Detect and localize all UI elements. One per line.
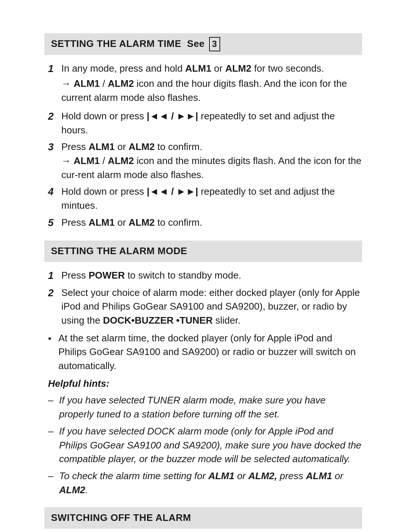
alarm-time-step-4: 4 Hold down or press |◄◄ / ►►| repeatedl… <box>44 185 362 212</box>
mode-step-2-content: Select your choice of alarm mode: either… <box>61 286 362 328</box>
alarm-mode-bullet-1: • At the set alarm time, the docked play… <box>44 331 362 373</box>
alarm-mode-step-1: 1 Press POWER to switch to standby mode. <box>44 269 362 283</box>
setting-alarm-mode-section: SETTING THE ALARM MODE 1 Press POWER to … <box>44 241 362 497</box>
step-4-content: Hold down or press |◄◄ / ►►| repeatedly … <box>61 185 362 212</box>
mode-step-1-content: Press POWER to switch to standby mode. <box>61 269 362 283</box>
alarm-time-step-5: 5 Press ALM1 or ALM2 to confirm. <box>44 216 362 230</box>
mode-step-number-1: 1 <box>48 269 59 283</box>
setting-alarm-time-section: SETTING THE ALARM TIME See 3 1 In any mo… <box>44 33 362 230</box>
dash-3: – <box>48 469 59 483</box>
step-3-arrow: → ALM1 / ALM2 icon and the minutes digit… <box>61 155 361 180</box>
alarm-mode-bullets: • At the set alarm time, the docked play… <box>44 331 362 373</box>
bullet-symbol: • <box>48 332 58 346</box>
step-number-5: 5 <box>48 216 59 230</box>
switching-off-alarm-header: SWITCHING OFF THE ALARM <box>44 507 362 529</box>
dash-1: – <box>48 393 59 407</box>
alarm-mode-step-2: 2 Select your choice of alarm mode: eith… <box>44 286 362 328</box>
step-number-1: 1 <box>48 62 59 76</box>
setting-alarm-time-title: SETTING THE ALARM TIME See 3 <box>51 38 220 49</box>
step-number-3: 3 <box>48 140 59 154</box>
setting-alarm-mode-header: SETTING THE ALARM MODE <box>44 241 362 262</box>
step-1-content: In any mode, press and hold ALM1 or ALM2… <box>61 62 362 106</box>
setting-alarm-time-header: SETTING THE ALARM TIME See 3 <box>44 33 362 55</box>
alarm-mode-steps: 1 Press POWER to switch to standby mode.… <box>44 269 362 328</box>
step-number-2: 2 <box>48 109 59 124</box>
step-1-arrow: → ALM1 / ALM2 icon and the hour digits f… <box>61 77 362 105</box>
alarm-time-steps: 1 In any mode, press and hold ALM1 or AL… <box>44 62 362 230</box>
hint-3: – To check the alarm time setting for AL… <box>44 469 362 497</box>
switching-off-alarm-section: SWITCHING OFF THE ALARM There are three … <box>44 507 362 532</box>
hint-3-content: To check the alarm time setting for ALM1… <box>59 469 362 497</box>
see-box-3: 3 <box>209 37 220 51</box>
hint-2-content: If you have selected DOCK alarm mode (on… <box>59 424 362 466</box>
helpful-hints-list: – If you have selected TUNER alarm mode,… <box>44 393 362 497</box>
alarm-time-step-3: 3 Press ALM1 or ALM2 to confirm. → ALM1 … <box>44 140 362 182</box>
helpful-hints-label: Helpful hints: <box>44 377 362 391</box>
alarm-mode-bullet-1-content: At the set alarm time, the docked player… <box>58 331 362 373</box>
hint-1-content: If you have selected TUNER alarm mode, m… <box>59 393 362 421</box>
switching-off-alarm-title: SWITCHING OFF THE ALARM <box>51 512 191 523</box>
dash-2: – <box>48 424 59 439</box>
step-5-content: Press ALM1 or ALM2 to confirm. <box>61 216 362 230</box>
hint-1: – If you have selected TUNER alarm mode,… <box>44 393 362 421</box>
mode-step-number-2: 2 <box>48 286 59 300</box>
step-2-content: Hold down or press |◄◄ / ►►| repeatedly … <box>61 109 362 137</box>
setting-alarm-mode-title: SETTING THE ALARM MODE <box>51 245 187 256</box>
step-3-content: Press ALM1 or ALM2 to confirm. → ALM1 / … <box>61 140 362 182</box>
step-number-4: 4 <box>48 185 59 199</box>
hint-2: – If you have selected DOCK alarm mode (… <box>44 424 362 466</box>
alarm-time-step-2: 2 Hold down or press |◄◄ / ►►| repeatedl… <box>44 109 362 137</box>
alarm-time-step-1: 1 In any mode, press and hold ALM1 or AL… <box>44 62 362 106</box>
